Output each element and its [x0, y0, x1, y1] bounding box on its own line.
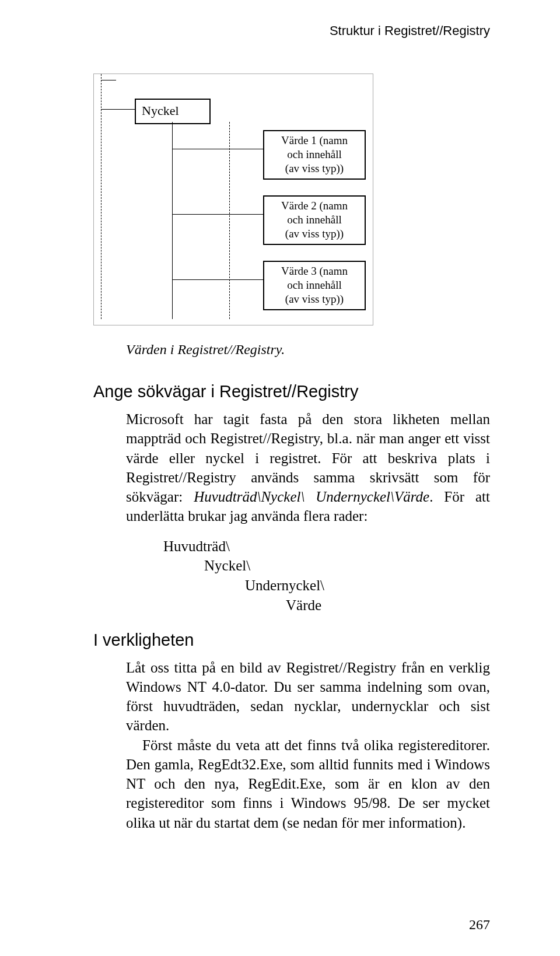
value-line: Värde 3 (namn — [281, 265, 348, 277]
example-path-tree: Huvudträd\ Nyckel\ Undernyckel\ Värde — [163, 537, 490, 615]
figure-caption: Värden i Registret//Registry. — [126, 342, 490, 358]
value-line: Värde 1 (namn — [281, 134, 348, 146]
text: Först måste du veta att det finns två ol… — [126, 736, 490, 832]
page-number: 267 — [469, 917, 490, 933]
paragraph: Microsoft har tagit fasta på den stora l… — [126, 409, 490, 526]
paragraph: Låt oss titta på en bild av Registret//R… — [126, 658, 490, 832]
value-line: (av viss typ)) — [285, 227, 344, 240]
tree-level-1: Huvudträd\ — [163, 537, 490, 556]
heading-sokvagar: Ange sökvägar i Registret//Registry — [93, 382, 490, 401]
value-box-3: Värde 3 (namn och innehåll (av viss typ)… — [263, 261, 366, 310]
italic-path: Huvudträd\Nyckel\ Undernyckel\Värde — [194, 489, 429, 505]
tree-diagram-figure: Nyckel Värde 1 (namn och innehåll (av vi… — [93, 73, 373, 325]
value-box-1: Värde 1 (namn och innehåll (av viss typ)… — [263, 130, 366, 180]
tree-level-2: Nyckel\ — [204, 556, 490, 576]
heading-verkligheten: I verkligheten — [93, 631, 490, 650]
value-line: (av viss typ)) — [285, 162, 344, 174]
page: Struktur i Registret//Registry Nyckel Vä… — [0, 0, 560, 956]
running-header: Struktur i Registret//Registry — [93, 23, 490, 38]
value-line: Värde 2 (namn — [281, 199, 348, 212]
value-line: (av viss typ)) — [285, 293, 344, 305]
text: Låt oss titta på en bild av Registret//R… — [126, 660, 490, 734]
value-box-2: Värde 2 (namn och innehåll (av viss typ)… — [263, 195, 366, 245]
nyckel-box: Nyckel — [135, 99, 211, 124]
tree-level-4: Värde — [286, 596, 490, 615]
value-line: och innehåll — [287, 148, 341, 160]
tree-level-3: Undernyckel\ — [245, 576, 490, 596]
value-line: och innehåll — [287, 279, 341, 291]
value-line: och innehåll — [287, 213, 341, 226]
